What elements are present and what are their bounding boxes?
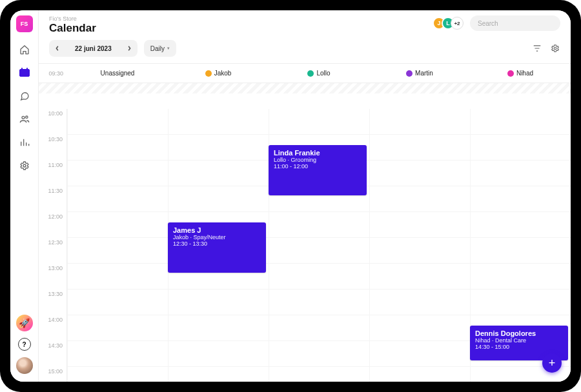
time-slot[interactable] [369, 289, 470, 315]
dot-icon [307, 70, 314, 77]
users-icon [19, 114, 30, 124]
time-slot[interactable] [168, 315, 269, 341]
time-slot[interactable] [269, 341, 369, 367]
resource-header-martin[interactable]: Martin [369, 70, 470, 77]
time-slot[interactable] [369, 186, 470, 212]
time-label: 11:30 [39, 186, 67, 212]
event-time: 12:30 - 13:30 [173, 240, 261, 247]
sidebar-item-analytics[interactable] [16, 134, 33, 151]
time-slot[interactable] [67, 161, 168, 186]
time-slot[interactable] [470, 264, 571, 289]
time-slot[interactable] [369, 264, 470, 289]
time-slot[interactable] [269, 289, 369, 315]
time-slot[interactable] [369, 109, 470, 135]
event-subtitle: Nihad · Dental Care [475, 337, 563, 344]
time-slot[interactable] [168, 161, 269, 186]
time-slot[interactable] [168, 367, 269, 382]
rocket-upgrade-button[interactable]: 🚀 [16, 315, 33, 331]
view-mode-label: Daily [150, 45, 165, 52]
time-slot[interactable] [67, 315, 168, 341]
add-event-fab[interactable]: + [542, 353, 562, 373]
resource-header-jakob[interactable]: Jakob [168, 70, 269, 77]
rocket-icon: 🚀 [19, 318, 30, 328]
resource-header-unassigned[interactable]: Unassigned [67, 70, 168, 77]
time-slot[interactable] [470, 161, 571, 186]
svg-point-0 [22, 116, 25, 119]
time-slot[interactable] [168, 186, 269, 212]
chart-icon [19, 137, 30, 148]
event-title: Dennis Dogolores [475, 329, 563, 337]
current-date-label[interactable]: 22 juni 2023 [66, 45, 121, 52]
time-label: 10:30 [39, 135, 67, 161]
time-slot[interactable] [369, 212, 470, 238]
brand-logo[interactable]: FS [16, 15, 33, 32]
time-slot[interactable] [470, 135, 571, 161]
calendar-event[interactable]: Linda FrankieLollo · Grooming11:00 - 12:… [269, 145, 367, 195]
sidebar-item-home[interactable] [16, 41, 33, 58]
sidebar-item-messages[interactable] [16, 88, 33, 104]
time-slot[interactable] [369, 135, 470, 161]
time-slot[interactable] [67, 264, 168, 289]
avatar-more[interactable]: +2 [451, 17, 464, 30]
dot-icon [406, 70, 413, 77]
time-slot[interactable] [269, 367, 369, 382]
time-slot[interactable] [67, 212, 168, 238]
time-slot[interactable] [470, 109, 571, 135]
sidebar-item-settings[interactable] [16, 157, 33, 174]
chevron-right-icon [127, 46, 132, 51]
time-slot[interactable] [67, 367, 168, 382]
sidebar-item-calendar[interactable] [16, 64, 33, 81]
time-slot[interactable] [269, 109, 369, 135]
time-slot[interactable] [470, 186, 571, 212]
time-label: 15:00 [39, 367, 67, 382]
filter-button[interactable] [532, 43, 542, 54]
time-slot[interactable] [369, 341, 470, 367]
time-slot[interactable] [67, 109, 168, 135]
time-label: 14:00 [39, 315, 67, 341]
time-slot[interactable] [168, 341, 269, 367]
svg-point-2 [23, 164, 26, 167]
time-slot[interactable] [67, 186, 168, 212]
time-label: 13:30 [39, 289, 67, 315]
sidebar-item-clients[interactable] [16, 111, 33, 128]
time-label: 14:30 [39, 341, 67, 367]
time-slot[interactable] [67, 341, 168, 367]
calendar-event[interactable]: James JJakob · Spay/Neuter12:30 - 13:30 [168, 222, 266, 273]
time-slot[interactable] [168, 289, 269, 315]
time-slot[interactable] [168, 109, 269, 135]
time-slot[interactable] [67, 289, 168, 315]
time-slot[interactable] [470, 238, 571, 264]
time-slot[interactable] [269, 212, 369, 238]
event-time: 14:30 - 15:00 [475, 344, 563, 350]
time-slot[interactable] [269, 238, 369, 264]
resource-header-lollo[interactable]: Lollo [269, 70, 369, 77]
time-slot[interactable] [470, 212, 571, 238]
prev-day-button[interactable] [49, 40, 66, 57]
chevron-down-icon: ▾ [167, 46, 170, 51]
event-time: 11:00 - 12:00 [274, 163, 362, 170]
participant-avatars[interactable]: J L +2 [433, 17, 464, 30]
time-slot[interactable] [470, 289, 571, 315]
resource-header-nihad[interactable]: Nihad [470, 70, 571, 77]
view-mode-select[interactable]: Daily ▾ [144, 40, 176, 57]
dot-icon [507, 70, 514, 77]
help-button[interactable]: ? [18, 338, 31, 351]
store-name: Fio's Store [49, 15, 96, 22]
next-day-button[interactable] [121, 40, 138, 57]
time-slot[interactable] [269, 264, 369, 289]
time-slot[interactable] [369, 238, 470, 264]
chevron-left-icon [55, 46, 60, 51]
calendar-settings-button[interactable] [550, 43, 560, 54]
time-slot[interactable] [369, 367, 470, 382]
calendar-grid[interactable]: 10:0010:3011:0011:3012:0012:3013:0013:30… [39, 83, 571, 382]
time-slot[interactable] [67, 238, 168, 264]
time-slot[interactable] [269, 315, 369, 341]
home-icon [19, 44, 30, 55]
gear-icon [19, 161, 30, 171]
profile-avatar[interactable] [16, 357, 33, 374]
time-slot[interactable] [67, 135, 168, 161]
time-slot[interactable] [369, 315, 470, 341]
time-slot[interactable] [168, 135, 269, 161]
search-input[interactable] [470, 15, 560, 31]
time-slot[interactable] [369, 161, 470, 186]
